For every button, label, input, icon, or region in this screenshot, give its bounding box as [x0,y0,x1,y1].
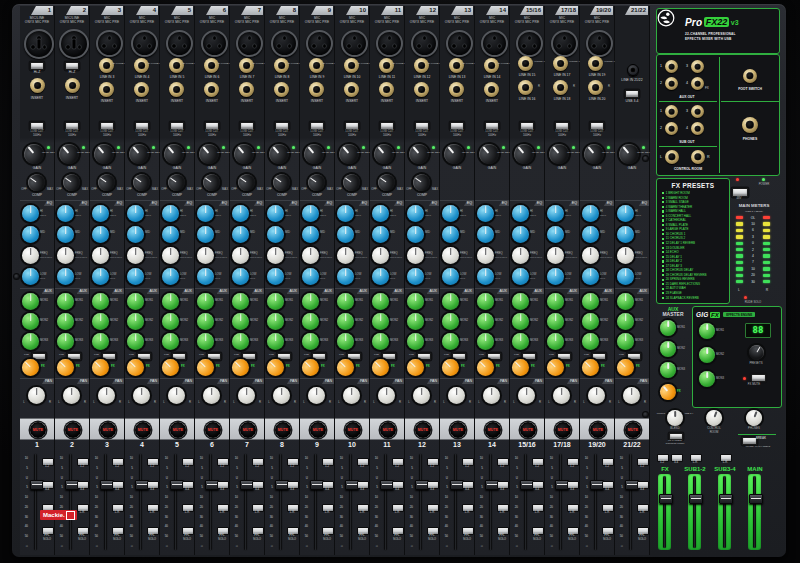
aux-mon3-knob[interactable] [92,333,109,350]
mute-button[interactable]: MUTE [485,422,501,438]
aux-mon2-knob[interactable] [407,313,424,330]
mute-button[interactable]: MUTE [65,422,81,438]
eq-hi-knob[interactable] [407,205,424,222]
mute-button[interactable]: MUTE [135,422,151,438]
aux-mon2-knob[interactable] [477,313,494,330]
eq-mid-knob[interactable] [372,226,389,243]
eq-low-knob[interactable] [92,268,109,285]
aux-mon3-knob[interactable] [22,333,39,350]
eq-low-knob[interactable] [302,268,319,285]
eq-hi-knob[interactable] [582,205,599,222]
eq-mid-knob[interactable] [407,226,424,243]
eq-freq-knob[interactable] [372,247,389,264]
eq-hi-knob[interactable] [337,205,354,222]
aux-mon2-knob[interactable] [547,313,564,330]
mute-button[interactable]: MUTE [590,422,606,438]
eq-freq-knob[interactable] [337,247,354,264]
aux-mon2-knob[interactable] [22,313,39,330]
aux-mon3-knob[interactable] [477,333,494,350]
aux-mon1-knob[interactable] [617,293,634,310]
eq-hi-knob[interactable] [267,205,284,222]
eq-hi-knob[interactable] [302,205,319,222]
eq-hi-knob[interactable] [547,205,564,222]
eq-hi-knob[interactable] [197,205,214,222]
aux-mon1-knob[interactable] [22,293,39,310]
master-fader-cap-fx[interactable] [659,494,673,504]
aux-mon3-knob[interactable] [407,333,424,350]
comp-knob[interactable] [95,171,119,195]
eq-mid-knob[interactable] [302,226,319,243]
aux-mon1-knob[interactable] [127,293,144,310]
pan-knob[interactable] [343,387,360,404]
aux-mon1-knob[interactable] [582,293,599,310]
eq-freq-knob[interactable] [92,247,109,264]
aux-mon1-knob[interactable] [442,293,459,310]
eq-freq-knob[interactable] [442,247,459,264]
aux-mon3-knob[interactable] [162,333,179,350]
aux-mon3-knob[interactable] [337,333,354,350]
pan-knob[interactable] [133,387,150,404]
master-fader-cap-main[interactable] [749,494,763,504]
comp-knob[interactable] [165,171,189,195]
eq-mid-knob[interactable] [617,226,634,243]
comp-knob[interactable] [270,171,294,195]
eq-low-knob[interactable] [582,268,599,285]
eq-mid-knob[interactable] [477,226,494,243]
aux-mon2-knob[interactable] [302,313,319,330]
aux-mon2-knob[interactable] [197,313,214,330]
pan-knob[interactable] [483,387,500,404]
mute-button[interactable]: MUTE [275,422,291,438]
aux-mon3-knob[interactable] [512,333,529,350]
eq-mid-knob[interactable] [92,226,109,243]
aux-mon2-knob[interactable] [337,313,354,330]
comp-knob[interactable] [130,171,154,195]
eq-low-knob[interactable] [162,268,179,285]
aux-mon2-knob[interactable] [617,313,634,330]
comp-knob[interactable] [200,171,224,195]
eq-freq-knob[interactable] [547,247,564,264]
aux-mon2-knob[interactable] [267,313,284,330]
aux-mon3-knob[interactable] [442,333,459,350]
mute-button[interactable]: MUTE [100,422,116,438]
master-fader-cap-sub1-2[interactable] [689,494,703,504]
comp-knob[interactable] [25,171,49,195]
aux-mon1-knob[interactable] [57,293,74,310]
mute-button[interactable]: MUTE [450,422,466,438]
eq-freq-knob[interactable] [57,247,74,264]
aux-mon1-knob[interactable] [197,293,214,310]
aux-mon1-knob[interactable] [372,293,389,310]
eq-freq-knob[interactable] [197,247,214,264]
eq-hi-knob[interactable] [92,205,109,222]
hiz-switch[interactable] [30,62,44,70]
pan-knob[interactable] [28,387,45,404]
eq-freq-knob[interactable] [127,247,144,264]
break-switch[interactable] [742,437,757,445]
mute-button[interactable]: MUTE [380,422,396,438]
eq-hi-knob[interactable] [477,205,494,222]
aux-mon3-knob[interactable] [127,333,144,350]
aux-mon3-knob[interactable] [302,333,319,350]
aux-master-fx-knob[interactable] [657,381,680,404]
eq-mid-knob[interactable] [197,226,214,243]
aux-master-mon2-knob[interactable] [660,341,676,357]
aux-mon2-knob[interactable] [372,313,389,330]
mute-button[interactable]: MUTE [310,422,326,438]
eq-freq-knob[interactable] [232,247,249,264]
fx-mute-switch[interactable] [751,374,766,382]
aux-mon3-knob[interactable] [267,333,284,350]
aux-mon2-knob[interactable] [127,313,144,330]
aux-mon1-knob[interactable] [407,293,424,310]
eq-low-knob[interactable] [197,268,214,285]
comp-knob[interactable] [305,171,329,195]
eq-mid-knob[interactable] [442,226,459,243]
mute-button[interactable]: MUTE [30,422,46,438]
comp-knob[interactable] [235,171,259,195]
aux-mon1-knob[interactable] [512,293,529,310]
aux-mon2-knob[interactable] [232,313,249,330]
pan-knob[interactable] [273,387,290,404]
eq-freq-knob[interactable] [617,247,634,264]
comp-knob[interactable] [375,171,399,195]
gigfx-mon3-knob[interactable] [699,371,715,387]
aux-mon1-knob[interactable] [547,293,564,310]
eq-low-knob[interactable] [547,268,564,285]
